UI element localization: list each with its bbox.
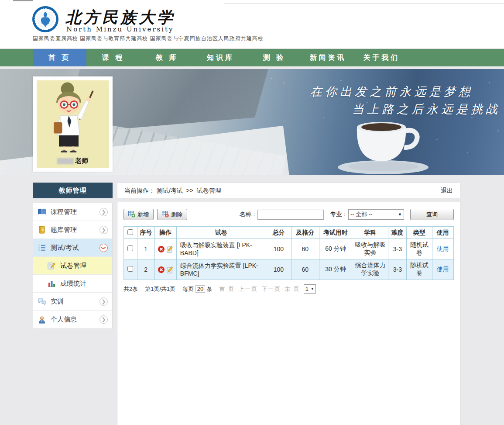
teacher-name-label: 老师	[37, 157, 109, 165]
dropdown-arrow-icon: ▼	[398, 212, 402, 217]
cell-ops	[154, 239, 176, 259]
search-button[interactable]: 查询	[410, 209, 454, 220]
logout-link[interactable]: 退出	[441, 183, 453, 198]
per-page-input[interactable]: 20	[195, 285, 205, 293]
edit-row-icon[interactable]	[166, 245, 173, 253]
cell-total: 100	[266, 239, 291, 259]
sidebar-item-0[interactable]: 课程管理❯	[33, 203, 112, 221]
banner-slogan: 在你出发之前永远是梦想 当上路之后永远是挑战	[310, 83, 501, 118]
person-icon	[38, 316, 46, 324]
col-header-3: 总分	[266, 227, 291, 239]
content-panel: 新增 删除 名称 : 专业 : -- 全部 -- ▼ 查询 序号操作试卷总	[117, 202, 460, 425]
nav-tab-0[interactable]: 首 页	[33, 49, 86, 66]
col-header-4: 及格分	[291, 227, 319, 239]
slogan-line-2: 当上路之后永远是挑战	[310, 100, 501, 118]
sidebar-item-label: 成绩统计	[60, 280, 108, 288]
slogan-line-1: 在你出发之前永远是梦想	[310, 83, 473, 100]
notebook-icon	[38, 226, 46, 234]
nav-tab-4[interactable]: 测 验	[247, 49, 301, 66]
breadcrumb-prefix: 当前操作：	[124, 187, 155, 194]
col-header-5: 考试用时	[319, 227, 352, 239]
teacher-avatar-card: 老师	[33, 76, 113, 172]
sidebar-item-3[interactable]: 试卷管理	[33, 257, 112, 275]
cell-pass: 60	[291, 259, 319, 280]
breadcrumb-separator: >>	[186, 187, 193, 194]
use-link[interactable]: 使用	[432, 239, 453, 259]
chevron-right-icon: ❯	[99, 297, 108, 306]
delete-button[interactable]: 删除	[157, 209, 187, 220]
sidebar-item-1[interactable]: 题库管理❯	[33, 221, 112, 239]
breadcrumb-section: 测试/考试	[157, 187, 183, 194]
nav-tab-1[interactable]: 课 程	[86, 49, 140, 66]
col-header-2: 试卷	[176, 227, 266, 239]
scrollbar-artifact	[13, 0, 33, 1]
page-select[interactable]: 1 ▼	[304, 284, 316, 294]
table-delete-icon	[162, 211, 169, 219]
chat-icon	[38, 297, 46, 305]
per-page: 每页 20 条	[182, 285, 212, 293]
university-logo	[32, 6, 59, 33]
delete-row-icon[interactable]	[158, 245, 165, 253]
use-link[interactable]: 使用	[437, 266, 449, 273]
pager-link-3[interactable]: 末 页	[285, 286, 300, 292]
sidebar-title: 教师管理	[33, 183, 113, 198]
cell-duration: 60 分钟	[319, 239, 352, 259]
edit-note-icon	[47, 262, 56, 270]
select-all-checkbox[interactable]	[127, 229, 133, 235]
cell-total: 100	[266, 259, 291, 280]
edit-row-icon[interactable]	[166, 266, 173, 273]
col-header-7: 难度	[388, 227, 407, 239]
nav-tab-5[interactable]: 新闻资讯	[301, 49, 355, 66]
pager-link-2[interactable]: 下一页	[261, 286, 281, 292]
cell-subject: 吸收与解吸实验	[352, 239, 388, 259]
row-checkbox[interactable]	[127, 266, 133, 272]
cell-difficulty: 3-3	[388, 239, 407, 259]
sidebar-item-5[interactable]: 实训❯	[33, 293, 112, 311]
divider-line	[224, 3, 504, 4]
col-header-0: 序号	[137, 227, 154, 239]
sidebar-item-label: 课程管理	[51, 208, 99, 216]
pager-link-0[interactable]: 首 页	[219, 286, 235, 292]
sidebar: 教师管理 课程管理❯题库管理❯测试/考试❯试卷管理成绩统计实训❯个人信息❯	[33, 183, 113, 329]
sidebar-item-2[interactable]: 测试/考试❯	[33, 239, 112, 257]
sidebar-item-label: 题库管理	[51, 226, 99, 234]
chevron-right-icon: ❯	[99, 315, 108, 324]
page-info: 第1页/共1页	[145, 285, 175, 293]
pagination: 共2条 第1页/共1页 每页 20 条 首 页上一页下一页末 页 1 ▼	[123, 284, 454, 294]
book-icon	[38, 208, 46, 216]
col-header-8: 类型	[407, 227, 432, 239]
nav-tab-6[interactable]: 关于我们	[355, 49, 408, 66]
name-input[interactable]	[257, 210, 324, 220]
use-link[interactable]: 使用	[432, 259, 453, 280]
table-row: 1吸收与解吸实验装置 [LPK-BABD]1006060 分钟吸收与解吸实验3-…	[124, 239, 454, 259]
sidebar-item-label: 试卷管理	[60, 262, 108, 270]
row-checkbox[interactable]	[127, 245, 133, 251]
nav-tab-2[interactable]: 教 师	[140, 49, 194, 66]
use-link[interactable]: 使用	[437, 245, 449, 252]
cell-subject: 综合流体力学实验	[352, 259, 388, 280]
toolbar: 新增 删除 名称 : 专业 : -- 全部 -- ▼ 查询	[123, 208, 454, 221]
nav-tab-3[interactable]: 知识库	[194, 49, 247, 66]
sidebar-item-label: 实训	[51, 297, 99, 306]
sidebar-item-4[interactable]: 成绩统计	[33, 275, 112, 293]
cell-ops	[154, 259, 176, 280]
col-header-9: 使用	[432, 227, 453, 239]
table-row: 2综合流体力学实验装置 [LPK-BFMC]1006030 分钟综合流体力学实验…	[124, 259, 454, 280]
sidebar-item-label: 测试/考试	[51, 244, 99, 252]
cell-paper: 综合流体力学实验装置 [LPK-BFMC]	[176, 259, 266, 280]
delete-row-icon[interactable]	[158, 266, 165, 273]
name-label: 名称 :	[239, 211, 255, 218]
raindrops-photo	[271, 78, 272, 79]
university-tagline: 国家民委直属高校 国家民委与教育部共建高校 国家民委与宁夏回族自治区人民政府共建…	[33, 35, 264, 42]
sidebar-item-6[interactable]: 个人信息❯	[33, 311, 112, 328]
list-icon	[38, 244, 46, 252]
major-select[interactable]: -- 全部 -- ▼	[348, 209, 404, 220]
teacher-avatar-image	[37, 80, 109, 152]
blurred-name	[57, 158, 74, 164]
add-button[interactable]: 新增	[123, 209, 154, 220]
dropdown-arrow-icon: ▼	[311, 287, 314, 291]
total-count: 共2条	[123, 285, 138, 293]
major-label: 专业 :	[330, 211, 346, 218]
breadcrumb: 退出 当前操作： 测试/考试 >> 试卷管理	[117, 183, 460, 198]
pager-link-1[interactable]: 上一页	[238, 286, 258, 292]
